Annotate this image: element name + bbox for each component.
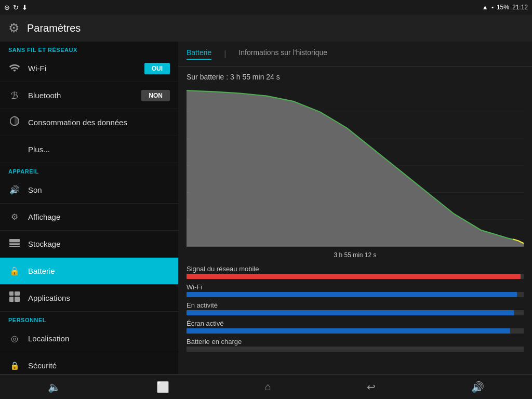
battery-chart-svg	[187, 85, 524, 251]
location-icon: ◎	[8, 334, 21, 343]
main-layout: SANS FIL ET RÉSEAUX Wi-Fi OUI ℬ Bluetoot…	[0, 42, 532, 374]
section-header-network: SANS FIL ET RÉSEAUX	[0, 42, 178, 55]
usage-row-mobile: Signal du réseau mobile	[187, 265, 524, 279]
home-button[interactable]: ⌂	[255, 377, 282, 397]
apps-icon	[8, 291, 21, 304]
location-label: Localisation	[28, 334, 170, 343]
status-icons-right: ▲ ▪ 15% 21:12	[482, 4, 528, 11]
sidebar-item-sound[interactable]: 🔊 Son	[0, 177, 178, 204]
wifi-label: Wi-Fi	[28, 64, 137, 73]
sound-label: Son	[28, 185, 170, 194]
data-icon	[8, 116, 21, 129]
recent-apps-button[interactable]: ⬜	[146, 377, 180, 397]
notification-icon-2: ↻	[13, 4, 19, 11]
gear-icon: ⚙	[8, 21, 20, 35]
usage-bar-fill-wifi	[187, 292, 517, 297]
battery-chart: 3 h 55 min 12 s	[187, 85, 524, 261]
svg-rect-6	[15, 291, 20, 296]
usage-bar-bg-wifi	[187, 292, 524, 297]
battery-icon: ▪	[491, 4, 494, 11]
usage-bar-bg-charging	[187, 347, 524, 352]
security-icon: 🔒	[8, 361, 21, 370]
wifi-status-icon: ▲	[482, 4, 488, 11]
bluetooth-toggle[interactable]: NON	[141, 90, 170, 101]
battery-percent: 15%	[497, 4, 509, 11]
svg-rect-5	[9, 291, 14, 296]
tabs-bar: Batterie | Informations sur l'historique	[178, 42, 532, 66]
app-title: Paramètres	[27, 22, 81, 34]
usage-bar-bg-screen	[187, 328, 524, 334]
sidebar-item-bluetooth[interactable]: ℬ Bluetooth NON	[0, 82, 178, 109]
notification-icon-3: ⬇	[22, 4, 28, 11]
sidebar-item-storage[interactable]: Stockage	[0, 231, 178, 258]
svg-rect-8	[15, 297, 20, 302]
usage-label-mobile: Signal du réseau mobile	[187, 265, 524, 273]
tab-history[interactable]: Informations sur l'historique	[238, 48, 327, 60]
usage-section: Signal du réseau mobile Wi-Fi En activit…	[178, 265, 532, 352]
battery-time-label: Sur batterie : 3 h 55 min 24 s	[178, 66, 532, 83]
usage-label-active: En activité	[187, 301, 524, 309]
wifi-icon	[8, 62, 21, 74]
usage-bar-fill-active	[187, 310, 514, 315]
usage-row-wifi: Wi-Fi	[187, 283, 524, 297]
content-area: Batterie | Informations sur l'historique…	[178, 42, 532, 374]
usage-label-screen: Écran activé	[187, 320, 524, 327]
sidebar-item-security[interactable]: 🔒 Sécurité	[0, 352, 178, 374]
usage-bar-bg-active	[187, 310, 524, 315]
status-icons-left: ⊕ ↻ ⬇	[4, 4, 28, 11]
notification-icon-1: ⊕	[4, 4, 10, 11]
section-header-device: APPAREIL	[0, 163, 178, 177]
battery-label: Batterie	[28, 267, 170, 275]
usage-label-wifi: Wi-Fi	[187, 283, 524, 291]
more-label: Plus...	[28, 145, 170, 154]
usage-label-charging: Batterie en charge	[187, 338, 524, 345]
bluetooth-label: Bluetooth	[28, 91, 134, 100]
back-button[interactable]: ↩	[356, 377, 386, 397]
tab-battery[interactable]: Batterie	[187, 48, 211, 60]
sidebar: SANS FIL ET RÉSEAUX Wi-Fi OUI ℬ Bluetoot…	[0, 42, 178, 374]
bottom-nav: 🔈 ⬜ ⌂ ↩ 🔊	[0, 374, 532, 399]
sidebar-item-wifi[interactable]: Wi-Fi OUI	[0, 55, 178, 82]
volume-up-button[interactable]: 🔊	[461, 377, 495, 397]
data-label: Consommation des données	[28, 118, 170, 127]
sidebar-item-location[interactable]: ◎ Localisation	[0, 325, 178, 352]
sidebar-item-apps[interactable]: Applications	[0, 285, 178, 312]
svg-rect-4	[9, 246, 20, 247]
usage-bar-fill-mobile	[187, 274, 521, 279]
storage-label: Stockage	[28, 240, 170, 248]
display-label: Affichage	[28, 212, 170, 221]
usage-row-screen: Écran activé	[187, 320, 524, 334]
sidebar-item-data[interactable]: Consommation des données	[0, 109, 178, 136]
tab-divider: |	[224, 49, 226, 59]
security-label: Sécurité	[28, 361, 170, 370]
volume-down-button[interactable]: 🔈	[37, 377, 71, 397]
sidebar-item-battery[interactable]: 🔒 Batterie	[0, 258, 178, 285]
top-bar: ⚙ Paramètres	[0, 15, 532, 42]
usage-row-charging: Batterie en charge	[187, 338, 524, 352]
apps-label: Applications	[28, 294, 170, 302]
svg-rect-3	[9, 244, 20, 245]
display-icon: ⚙	[8, 212, 21, 222]
section-header-personal: PERSONNEL	[0, 312, 178, 325]
sidebar-item-display[interactable]: ⚙ Affichage	[0, 204, 178, 231]
clock: 21:12	[512, 4, 528, 11]
svg-rect-1	[9, 239, 20, 242]
svg-rect-2	[9, 243, 20, 244]
storage-icon	[8, 238, 21, 250]
chart-end-time: 3 h 55 min 12 s	[187, 251, 524, 261]
wifi-toggle[interactable]: OUI	[144, 63, 170, 74]
usage-row-active: En activité	[187, 301, 524, 315]
usage-bar-bg-mobile	[187, 274, 524, 279]
sound-icon: 🔊	[8, 185, 21, 195]
status-bar: ⊕ ↻ ⬇ ▲ ▪ 15% 21:12	[0, 0, 532, 15]
sidebar-item-more[interactable]: Plus...	[0, 136, 178, 163]
battery-sidebar-icon: 🔒	[8, 266, 21, 276]
svg-rect-7	[9, 297, 14, 302]
usage-bar-fill-screen	[187, 328, 510, 334]
bluetooth-icon: ℬ	[8, 90, 21, 101]
